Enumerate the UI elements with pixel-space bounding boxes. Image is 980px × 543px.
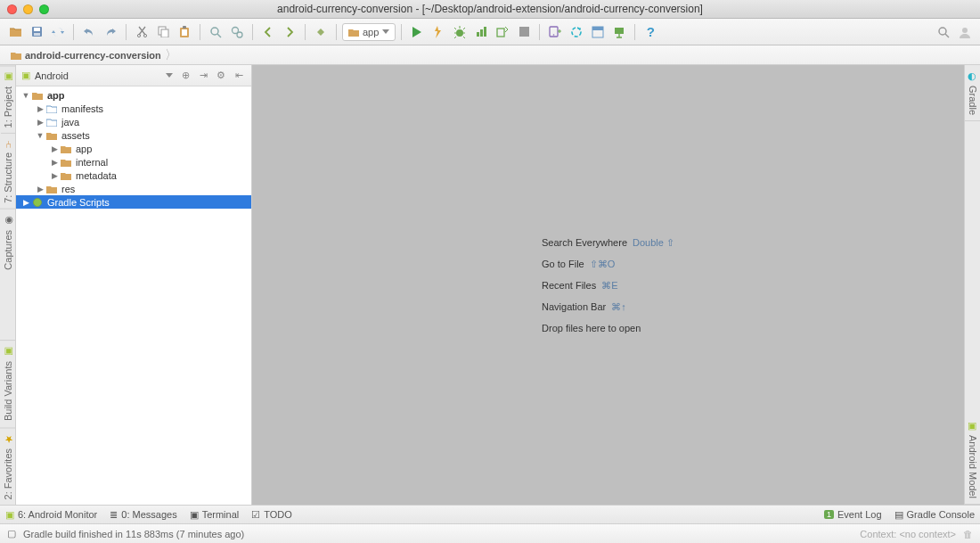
maximize-window-button[interactable]	[39, 4, 49, 14]
tool-tab-event-log[interactable]: 1Event Log	[824, 509, 882, 520]
breadcrumb-label: android-currency-conversion	[25, 50, 161, 61]
svg-point-25	[939, 28, 946, 35]
svg-rect-1	[34, 28, 40, 31]
open-icon[interactable]	[5, 22, 25, 42]
tool-tab-captures[interactable]: Captures◉	[0, 209, 15, 276]
tool-tab-messages[interactable]: ≣0: Messages	[110, 509, 176, 521]
chevron-down-icon	[166, 73, 173, 78]
svg-point-12	[237, 32, 242, 37]
tool-tab-gradle[interactable]: ◐Gradle	[965, 65, 980, 121]
svg-point-3	[137, 34, 140, 37]
cut-icon[interactable]	[132, 22, 151, 42]
editor-hints: Search EverywhereDouble ⇧ Go to File⇧⌘O …	[542, 237, 674, 333]
run-config-selector[interactable]: app	[342, 23, 396, 41]
toolbar-separator	[305, 24, 306, 40]
chevron-down-icon	[382, 29, 389, 35]
collapse-all-icon[interactable]: ⇥	[196, 69, 210, 83]
avd-manager-icon[interactable]	[545, 22, 565, 42]
toolbar-separator	[126, 24, 127, 40]
project-tree: ▼app ▶manifests ▶java ▼assets ▶app ▶inte…	[16, 86, 251, 505]
toolbar-separator	[401, 24, 402, 40]
svg-point-13	[456, 29, 463, 37]
android-icon: ▣	[21, 70, 30, 81]
bottom-tool-tabs: ▣6: Android Monitor ≣0: Messages ▣Termin…	[0, 505, 980, 524]
window-controls	[0, 4, 49, 14]
sync-icon[interactable]	[48, 22, 68, 42]
replace-icon[interactable]	[227, 22, 247, 42]
tool-tab-favorites[interactable]: 2: Favorites★	[0, 427, 15, 505]
save-icon[interactable]	[27, 22, 46, 42]
run-icon[interactable]	[407, 22, 427, 42]
tool-tab-android-model[interactable]: ▣Android Model	[965, 415, 980, 505]
profile-icon[interactable]	[471, 22, 491, 42]
search-icon[interactable]	[934, 22, 953, 42]
hint-search-everywhere: Search EverywhereDouble ⇧	[542, 237, 674, 249]
sdk-manager-icon[interactable]	[609, 22, 629, 42]
breadcrumb-root[interactable]: android-currency-conversion	[5, 49, 167, 62]
tool-tab-android-monitor[interactable]: ▣6: Android Monitor	[5, 509, 97, 521]
forward-icon[interactable]	[280, 22, 299, 42]
editor-empty-area[interactable]: Search EverywhereDouble ⇧ Go to File⇧⌘O …	[252, 65, 964, 505]
copy-icon[interactable]	[153, 22, 173, 42]
find-icon[interactable]	[206, 22, 225, 42]
apply-changes-icon[interactable]	[429, 22, 448, 42]
build-icon[interactable]	[311, 22, 331, 42]
stop-icon[interactable]	[514, 22, 534, 42]
tree-node-assets[interactable]: ▼assets	[16, 128, 251, 142]
toolbar-separator	[200, 24, 200, 40]
svg-rect-18	[519, 27, 529, 37]
hide-panel-icon[interactable]: ⇤	[232, 69, 246, 83]
svg-rect-23	[592, 27, 603, 30]
svg-rect-6	[161, 29, 168, 37]
toolbar-separator	[539, 24, 540, 40]
tree-node-assets-metadata[interactable]: ▶metadata	[16, 169, 251, 182]
tool-tab-terminal[interactable]: ▣Terminal	[190, 509, 240, 521]
scroll-to-source-icon[interactable]: ⊕	[178, 69, 192, 83]
minimize-window-button[interactable]	[23, 4, 33, 14]
navigation-bar: android-currency-conversion 〉	[0, 45, 980, 65]
toolbar-separator	[336, 24, 337, 40]
tree-node-assets-app[interactable]: ▶app	[16, 142, 251, 155]
tool-tab-build-variants[interactable]: Build Variants▣	[0, 340, 15, 426]
main-toolbar: app ?	[0, 19, 980, 45]
status-tool-windows-icon[interactable]: ▢	[7, 528, 16, 539]
status-context[interactable]: Context: <no context>	[860, 529, 956, 539]
project-view-selector[interactable]: ▣ Android	[21, 70, 173, 81]
trash-icon[interactable]: 🗑	[963, 529, 973, 539]
tree-node-app-module[interactable]: ▼app	[16, 88, 251, 102]
tool-tab-gradle-console[interactable]: ▤Gradle Console	[894, 509, 975, 521]
tree-node-java[interactable]: ▶java	[16, 115, 251, 128]
svg-rect-2	[34, 33, 40, 36]
svg-rect-24	[615, 28, 624, 34]
window-title: android-currency-conversion - [~/Desktop…	[0, 3, 980, 15]
toolbar-separator	[252, 24, 253, 40]
attach-debugger-icon[interactable]	[493, 22, 512, 42]
svg-point-10	[211, 28, 218, 35]
project-structure-icon[interactable]	[588, 22, 608, 42]
tool-tab-todo[interactable]: ☑TODO	[251, 509, 292, 521]
user-icon[interactable]	[955, 22, 975, 42]
hint-navigation-bar: Navigation Bar⌘↑	[542, 301, 674, 313]
close-window-button[interactable]	[7, 4, 17, 14]
paste-icon[interactable]	[175, 22, 194, 42]
status-bar: ▢ Gradle build finished in 11s 883ms (7 …	[0, 524, 980, 543]
toolbar-separator	[634, 24, 635, 40]
svg-point-20	[553, 34, 555, 36]
svg-rect-15	[480, 29, 483, 37]
tree-node-assets-internal[interactable]: ▶internal	[16, 155, 251, 169]
svg-rect-9	[183, 26, 186, 29]
sync-gradle-icon[interactable]	[567, 22, 586, 42]
tool-tab-structure[interactable]: 7: Structure⑂	[1, 133, 15, 209]
debug-icon[interactable]	[450, 22, 470, 42]
back-icon[interactable]	[258, 22, 278, 42]
redo-icon[interactable]	[101, 22, 120, 42]
tree-node-res[interactable]: ▶res	[16, 182, 251, 195]
tool-tab-project[interactable]: 1: Project▣	[0, 65, 15, 133]
svg-rect-8	[182, 29, 187, 36]
help-icon[interactable]: ?	[641, 22, 660, 42]
tree-node-gradle-scripts[interactable]: ▶Gradle Scripts	[16, 195, 251, 209]
tree-node-manifests[interactable]: ▶manifests	[16, 102, 251, 115]
svg-point-4	[143, 34, 146, 37]
undo-icon[interactable]	[79, 22, 99, 42]
settings-gear-icon[interactable]: ⚙	[214, 69, 228, 83]
